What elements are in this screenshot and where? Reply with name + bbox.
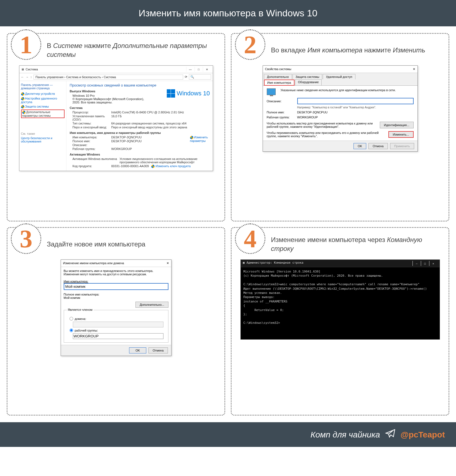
windows10-logo: Windows 10 — [167, 89, 210, 98]
system-properties-dialog: Свойства системы ✕ Дополнительно Защита … — [263, 65, 418, 152]
step-2-caption: Во вкладке Имя компьютера нажмите Измени… — [271, 46, 425, 55]
workgroup-value: WORKGROUP — [297, 116, 318, 119]
monitor-icon — [267, 88, 276, 95]
more-button[interactable]: Дополнительно... — [135, 302, 168, 308]
step-2-panel: 2 Во вкладке Имя компьютера нажмите Изме… — [231, 33, 449, 222]
apply-button[interactable]: Применить — [390, 143, 414, 149]
close-button[interactable]: ✕ — [203, 67, 211, 72]
shield-icon — [21, 97, 24, 100]
sidebar-system-protection[interactable]: Защита системы — [21, 105, 65, 108]
command-prompt-window: ▣ Администратор: Командная строка ― □ ✕ … — [240, 259, 440, 340]
wg-label: Рабочая группа: — [73, 147, 111, 151]
pid-value: 00331-10000-00001-AA309 — [111, 164, 149, 168]
shield-icon — [21, 92, 24, 96]
dialog-title: Изменение имени компьютера или домена — [63, 261, 166, 265]
step-1-badge: 1 — [11, 29, 41, 60]
full-label: Полное имя компьютера: — [64, 293, 168, 296]
wizard-text: Чтобы использовать мастер для присоедине… — [267, 122, 376, 128]
cancel-button[interactable]: Отмена — [368, 143, 388, 149]
maximize-button[interactable]: □ — [421, 261, 429, 266]
sidebar-remote-settings[interactable]: Настройка удаленного доступа — [21, 97, 65, 104]
rename-info: Вы можете изменить имя и принадлежность … — [64, 269, 168, 276]
system-titlebar[interactable]: 🖥 Система ― □ ✕ — [19, 66, 213, 73]
license-link[interactable]: Условия лицензионного соглашения на испо… — [120, 157, 209, 164]
steps-grid: 1 В Системе нажмите Дополни­тельные пара… — [0, 26, 456, 422]
nav-back-button[interactable]: ← — [21, 75, 24, 79]
section-activation: Активация Windows — [70, 153, 209, 156]
member-of-label: Является членом — [67, 308, 94, 311]
sidebar-security-center[interactable]: Центр безопасности и обслуживания — [21, 136, 65, 143]
shield-icon — [21, 105, 24, 108]
minimize-button[interactable]: ― — [186, 67, 194, 72]
domain-label: домена: — [75, 317, 86, 320]
breadcrumb[interactable]: Панель управления › Система и безопаснос… — [34, 75, 183, 80]
copyright: © Корпорация Майкрософт (Microsoft Corpo… — [73, 97, 145, 104]
sidebar: Панель управления — домашняя страница Ди… — [19, 81, 66, 171]
step-4-badge: 4 — [235, 223, 265, 254]
desc-label: Описание: — [267, 100, 294, 103]
ok-button[interactable]: OK — [129, 347, 146, 353]
cmd-output[interactable]: Microsoft Windows [Version 10.0.19041.63… — [241, 267, 440, 339]
cname-label: Имя компьютера: — [73, 136, 111, 139]
workgroup-label: Рабочая группа: — [267, 116, 294, 119]
step-3-caption: Задайте новое имя компьютера — [47, 240, 145, 249]
systype-label: Тип системы: — [73, 122, 111, 125]
ok-button[interactable]: OK — [353, 143, 366, 149]
cancel-button[interactable]: Отмена — [148, 347, 168, 353]
cpu-label: Процессор: — [73, 111, 111, 114]
page-title: Изменить имя компьютера в Windows 10 — [0, 0, 456, 26]
footer-text: Комп для чайника — [311, 430, 380, 439]
sidebar-advanced-settings[interactable]: Дополнительные параметры системы — [21, 110, 65, 118]
step-4-caption: Изменение имени компьютера через Командн… — [271, 235, 443, 253]
change-params-link[interactable]: Изменить параметры — [190, 136, 209, 142]
main-heading: Просмотр основных сведений о вашем компь… — [70, 83, 209, 87]
desc-hint: Например: "Компьютер в гостиной" или "Ко… — [297, 106, 414, 109]
pen-label: Перо и сенсорный ввод: — [73, 126, 111, 129]
workgroup-input[interactable] — [73, 333, 164, 339]
control-panel-icon: 🖥 — [21, 68, 24, 71]
ram-label: Установленная память (ОЗУ): — [73, 114, 111, 121]
shield-icon — [151, 165, 155, 168]
refresh-icon[interactable]: ⟳ — [185, 75, 187, 79]
step-3-panel: 3 Задайте новое имя компьютера Изменение… — [7, 227, 225, 416]
system-main: Windows 10 Просмотр основных сведений о … — [66, 81, 213, 171]
fname-label: Полное имя: — [73, 139, 111, 143]
shield-icon — [190, 136, 193, 139]
tab-advanced[interactable]: Дополнительно — [264, 74, 292, 79]
change-button[interactable]: Изменить... — [388, 131, 414, 138]
dialog-title: Свойства системы — [265, 67, 413, 71]
domain-radio[interactable] — [70, 317, 73, 320]
tab-hardware[interactable]: Оборудование — [295, 79, 322, 85]
tab-protection[interactable]: Защита системы — [293, 74, 322, 79]
tabstrip: Дополнительно Защита системы Удаленный д… — [263, 73, 417, 86]
sidebar-device-manager[interactable]: Диспетчер устройств — [21, 92, 65, 96]
nav-forward-button[interactable]: → — [26, 75, 29, 79]
description-input[interactable] — [297, 98, 414, 104]
name-label: Имя компьютера: — [64, 280, 168, 283]
full-value: Мой компик — [64, 296, 168, 299]
maximize-button[interactable]: □ — [194, 67, 203, 72]
identification-button[interactable]: Идентификация... — [380, 122, 414, 128]
close-button[interactable]: ✕ — [413, 67, 415, 71]
wg-value: WORKGROUP — [111, 147, 209, 151]
close-button[interactable]: ✕ — [429, 261, 437, 266]
workgroup-radio[interactable] — [70, 329, 73, 332]
search-input[interactable]: 🔍 — [189, 74, 211, 80]
step-3-badge: 3 — [11, 223, 41, 254]
close-button[interactable]: ✕ — [166, 261, 169, 265]
tab-computer-name[interactable]: Имя компьютера — [264, 80, 294, 86]
rename-dialog: Изменение имени компьютера или домена ✕ … — [61, 259, 171, 356]
nav-up-button[interactable]: ↑ — [30, 75, 32, 79]
telegram-handle[interactable]: @pcTeapot — [401, 430, 445, 439]
fullname-label: Полное имя: — [267, 111, 294, 114]
desc-value — [111, 143, 209, 147]
window-title: Система — [26, 68, 186, 71]
domain-input — [73, 322, 164, 327]
minimize-button[interactable]: ― — [413, 261, 421, 266]
desc-label: Описание: — [73, 143, 111, 147]
tab-remote[interactable]: Удаленный доступ — [323, 74, 355, 79]
sidebar-home[interactable]: Панель управления — домашняя страница — [21, 83, 65, 90]
computer-name-input[interactable] — [64, 283, 168, 290]
change-key-link[interactable]: Изменить ключ продукта — [151, 164, 191, 168]
step-1-caption: В Системе нажмите Дополни­тельные параме… — [47, 41, 219, 59]
